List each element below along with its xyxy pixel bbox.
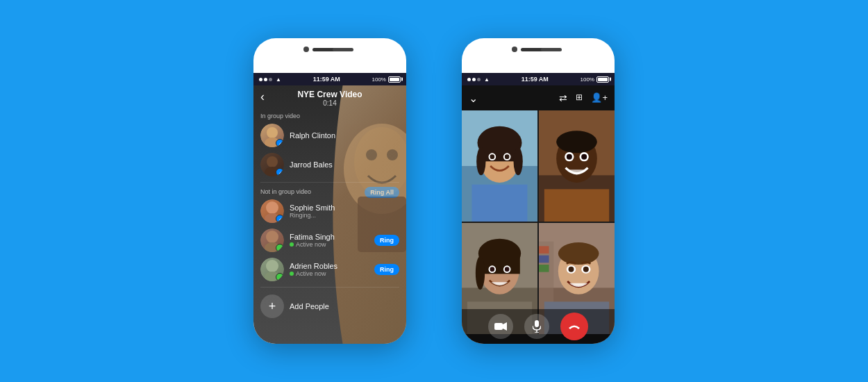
contact-row-adrien: Adrien Robles Active now Ring bbox=[253, 255, 406, 284]
not-in-group-label: Not in group video bbox=[253, 185, 406, 197]
phone-1: ▲ 11:59 AM 100% ‹ N bbox=[253, 38, 406, 344]
not-in-section: Not in group video Ring All bbox=[253, 185, 406, 197]
svg-point-9 bbox=[266, 201, 278, 214]
status-time-1: 11:59 AM bbox=[313, 76, 340, 83]
grid-view-icon[interactable]: ⊞ bbox=[576, 92, 583, 103]
call-duration: 0:14 bbox=[253, 99, 406, 107]
battery-icon-1 bbox=[388, 76, 401, 83]
contact-info-ralph: Ralph Clinton bbox=[290, 131, 335, 140]
status-bar-1: ▲ 11:59 AM 100% bbox=[253, 73, 406, 85]
dot1-2 bbox=[467, 78, 471, 81]
contact-name-jarrod: Jarrod Bales bbox=[290, 160, 333, 169]
contact-row-jarrod: ✓ Jarrod Bales bbox=[253, 150, 406, 179]
svg-point-34 bbox=[567, 154, 572, 160]
messenger-badge-ralph: ✓ bbox=[276, 139, 284, 147]
svg-point-21 bbox=[476, 147, 485, 175]
svg-rect-17 bbox=[472, 185, 528, 222]
svg-point-45 bbox=[490, 267, 495, 272]
svg-point-22 bbox=[514, 147, 523, 175]
svg-rect-62 bbox=[535, 320, 539, 327]
ring-button-fatima[interactable]: Ring bbox=[374, 235, 399, 246]
svg-point-58 bbox=[569, 267, 574, 272]
avatar-fatima bbox=[260, 229, 284, 252]
add-icon: + bbox=[260, 294, 284, 318]
active-badge-adrien bbox=[276, 273, 284, 281]
phone2-header: ⌄ ⇄ ⊞ 👤+ bbox=[462, 85, 615, 110]
divider-1 bbox=[260, 182, 399, 183]
signal-dots-2: ▲ bbox=[467, 76, 490, 83]
dot3 bbox=[269, 78, 272, 81]
svg-rect-29 bbox=[544, 189, 609, 222]
contact-row-sophie: ✓ Sophie Smith Ringing... bbox=[253, 197, 406, 226]
contact-sub-fatima: Active now bbox=[290, 241, 369, 248]
contact-info-fatima: Fatima Singh Active now bbox=[290, 233, 369, 248]
mic-toggle-button[interactable] bbox=[524, 314, 549, 339]
svg-rect-52 bbox=[539, 265, 549, 272]
divider-2 bbox=[260, 287, 399, 288]
svg-point-11 bbox=[266, 231, 278, 243]
dot3-2 bbox=[477, 78, 481, 81]
back-button[interactable]: ‹ bbox=[260, 90, 265, 104]
in-group-label: In group video bbox=[253, 110, 406, 121]
video-cell-2 bbox=[539, 110, 615, 222]
avatar-ralph: ✓ bbox=[260, 124, 284, 147]
dot2-2 bbox=[472, 78, 476, 81]
dot1 bbox=[259, 78, 262, 81]
svg-point-35 bbox=[581, 154, 587, 160]
signal-dots: ▲ bbox=[259, 76, 281, 83]
svg-point-59 bbox=[583, 267, 589, 272]
svg-point-46 bbox=[505, 267, 510, 272]
battery-icon-2 bbox=[596, 76, 609, 83]
avatar-adrien bbox=[260, 258, 284, 281]
phone-2: ▲ 11:59 AM 100% ⌄ ⇄ ⊞ 👤+ bbox=[462, 38, 615, 344]
swap-cameras-icon[interactable]: ⇄ bbox=[559, 92, 567, 103]
ring-button-adrien[interactable]: Ring bbox=[374, 264, 399, 275]
contact-name-sophie: Sophie Smith bbox=[290, 204, 335, 212]
phone1-screen: ‹ NYE Crew Video 0:14 In group video ✓ R… bbox=[253, 85, 406, 344]
phone2-controls bbox=[462, 309, 615, 344]
chevron-down-icon[interactable]: ⌄ bbox=[469, 92, 478, 105]
status-right-1: 100% bbox=[372, 76, 401, 83]
call-title: NYE Crew Video bbox=[253, 90, 406, 99]
svg-point-7 bbox=[267, 156, 278, 167]
video-toggle-button[interactable] bbox=[488, 314, 513, 339]
messenger-badge-jarrod: ✓ bbox=[276, 168, 284, 176]
contact-sub-adrien: Active now bbox=[290, 270, 369, 277]
header-icons-right: ⇄ ⊞ 👤+ bbox=[559, 92, 608, 103]
add-people-label: Add People bbox=[290, 302, 399, 310]
battery-pct-2: 100% bbox=[581, 76, 594, 83]
end-call-button[interactable] bbox=[560, 313, 588, 340]
status-right-2: 100% bbox=[581, 76, 609, 83]
add-people-row[interactable]: + Add People bbox=[253, 290, 406, 322]
svg-point-26 bbox=[505, 154, 510, 159]
dot2 bbox=[264, 78, 267, 81]
contact-name-fatima: Fatima Singh bbox=[290, 233, 369, 241]
contact-info-adrien: Adrien Robles Active now bbox=[290, 262, 369, 277]
wifi-icon-2: ▲ bbox=[484, 76, 490, 83]
video-grid bbox=[462, 110, 615, 334]
face-svg-2 bbox=[539, 110, 615, 222]
svg-point-31 bbox=[556, 131, 597, 153]
svg-rect-51 bbox=[539, 256, 549, 263]
wifi-icon: ▲ bbox=[276, 76, 281, 83]
svg-rect-41 bbox=[479, 254, 520, 274]
svg-rect-50 bbox=[539, 246, 549, 254]
phones-container: ▲ 11:59 AM 100% ‹ N bbox=[253, 38, 615, 344]
contact-row-ralph: ✓ Ralph Clinton bbox=[253, 121, 406, 150]
svg-point-5 bbox=[267, 127, 278, 138]
svg-marker-61 bbox=[503, 322, 507, 331]
contact-info-sophie: Sophie Smith Ringing... bbox=[290, 204, 335, 219]
contact-name-adrien: Adrien Robles bbox=[290, 262, 369, 270]
face-svg-1 bbox=[462, 110, 537, 222]
svg-point-55 bbox=[558, 242, 599, 265]
svg-point-25 bbox=[490, 154, 495, 159]
phone2-screen: ⌄ ⇄ ⊞ 👤+ bbox=[462, 85, 615, 344]
contact-sub-sophie: Ringing... bbox=[290, 212, 335, 219]
contact-info-jarrod: Jarrod Bales bbox=[290, 160, 333, 169]
call-header: ‹ NYE Crew Video 0:14 bbox=[253, 85, 406, 110]
contact-name-ralph: Ralph Clinton bbox=[290, 131, 335, 140]
svg-point-13 bbox=[266, 260, 278, 272]
status-time-2: 11:59 AM bbox=[521, 76, 549, 83]
svg-point-42 bbox=[476, 256, 485, 290]
add-person-icon[interactable]: 👤+ bbox=[591, 92, 608, 103]
